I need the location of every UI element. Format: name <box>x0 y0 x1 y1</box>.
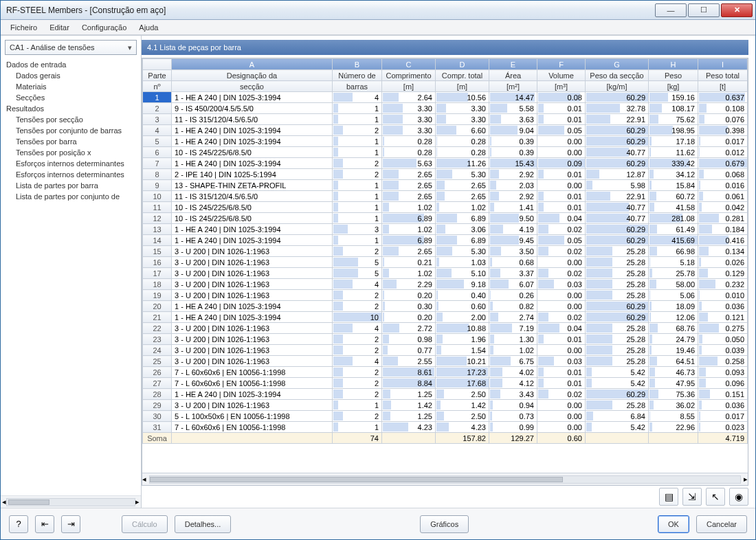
cell[interactable]: 1.30 <box>489 334 537 345</box>
col-header[interactable]: secção <box>172 81 333 92</box>
view-icon-button[interactable]: ◉ <box>729 488 748 506</box>
cell[interactable]: 0.02 <box>537 268 586 279</box>
cell[interactable]: 0.01 <box>537 191 586 202</box>
cell[interactable]: 24.79 <box>649 334 698 345</box>
cell[interactable]: 19.46 <box>649 345 698 356</box>
cell[interactable]: 1 <box>333 235 382 246</box>
cell[interactable]: 6.89 <box>436 213 489 224</box>
cell[interactable]: 0.00 <box>537 136 586 147</box>
cell[interactable]: 2 <box>333 334 382 345</box>
cell[interactable]: 60.29 <box>586 312 649 323</box>
cell[interactable]: 0.20 <box>382 290 436 301</box>
row-header[interactable]: 21 <box>143 312 172 323</box>
cell[interactable]: 2.50 <box>436 411 489 422</box>
col-header[interactable]: [kg] <box>649 81 698 92</box>
cell[interactable]: 1 <box>333 180 382 191</box>
cell[interactable]: 8.55 <box>649 411 698 422</box>
sidebar-scrollbar[interactable]: ◂▸ <box>1 495 141 508</box>
cell[interactable]: 0.398 <box>698 125 748 136</box>
cell[interactable]: 3.30 <box>382 103 436 114</box>
cell[interactable]: 3.30 <box>436 114 489 125</box>
col-letter[interactable]: H <box>649 59 698 70</box>
cell[interactable]: 6.60 <box>436 125 489 136</box>
tree-item[interactable]: Secções <box>1 92 141 103</box>
cell[interactable]: 64.51 <box>649 356 698 367</box>
cell[interactable]: 0.017 <box>698 136 748 147</box>
col-header[interactable]: Número de <box>333 70 382 81</box>
cell[interactable]: 0.03 <box>537 279 586 290</box>
col-letter[interactable]: F <box>537 59 586 70</box>
prev-button[interactable]: ⇤ <box>35 515 54 533</box>
cell[interactable]: 1 <box>333 136 382 147</box>
col-header[interactable]: Peso total <box>698 70 748 81</box>
cell[interactable]: 339.42 <box>649 158 698 169</box>
cell[interactable]: 0.01 <box>537 367 586 378</box>
pick-icon-button[interactable]: ↖ <box>706 488 725 506</box>
tree-item[interactable]: Tensões por barra <box>1 136 141 147</box>
cell[interactable]: 0.039 <box>698 345 748 356</box>
cell[interactable]: 1 <box>333 114 382 125</box>
row-header[interactable]: 14 <box>143 235 172 246</box>
cell[interactable]: 25.78 <box>649 268 698 279</box>
cell[interactable]: 2.74 <box>489 312 537 323</box>
cell[interactable]: 198.95 <box>649 125 698 136</box>
cell[interactable]: 25.28 <box>586 290 649 301</box>
ok-button[interactable]: OK <box>658 515 689 533</box>
cell[interactable]: 3.43 <box>489 389 537 400</box>
col-header[interactable]: Designação da <box>172 70 333 81</box>
cell[interactable]: 0.637 <box>698 92 748 103</box>
cell[interactable]: 0.99 <box>489 422 537 433</box>
cell[interactable]: 0.28 <box>436 147 489 158</box>
cell[interactable]: 2 <box>333 158 382 169</box>
cell[interactable]: 1.02 <box>489 345 537 356</box>
cell[interactable]: 1 <box>333 400 382 411</box>
cell[interactable]: 0.09 <box>537 158 586 169</box>
tree-item[interactable]: Lista de partes por conjunto de <box>1 191 141 202</box>
cell[interactable]: 0.30 <box>382 301 436 312</box>
cell[interactable]: 17.23 <box>436 367 489 378</box>
cell[interactable]: 5.42 <box>586 378 649 389</box>
cell[interactable]: 0.129 <box>698 268 748 279</box>
row-header[interactable]: 15 <box>143 246 172 257</box>
row-header[interactable]: 16 <box>143 257 172 268</box>
col-header[interactable]: Volume <box>537 70 586 81</box>
cell[interactable]: 2.65 <box>382 169 436 180</box>
cell-desc[interactable]: 3 - U 200 | DIN 1026-1:1963 <box>172 356 333 367</box>
cell[interactable]: 0.28 <box>436 136 489 147</box>
cell[interactable]: 5.18 <box>649 257 698 268</box>
row-header[interactable]: 19 <box>143 290 172 301</box>
cell[interactable]: 5.42 <box>586 367 649 378</box>
cell-desc[interactable]: 3 - U 200 | DIN 1026-1:1963 <box>172 323 333 334</box>
cell[interactable]: 18.09 <box>649 301 698 312</box>
cell[interactable]: 0.036 <box>698 400 748 411</box>
cell-desc[interactable]: 3 - U 200 | DIN 1026-1:1963 <box>172 290 333 301</box>
cell-desc[interactable]: 11 - IS 315/120/4.5/6.5/0 <box>172 191 333 202</box>
cell[interactable]: 1 <box>333 202 382 213</box>
cell[interactable]: 2.50 <box>436 389 489 400</box>
cell[interactable]: 11.62 <box>649 147 698 158</box>
cell-desc[interactable]: 3 - U 200 | DIN 1026-1:1963 <box>172 345 333 356</box>
cell[interactable]: 0.096 <box>698 378 748 389</box>
cell[interactable]: 3.06 <box>436 224 489 235</box>
cell[interactable]: 0.00 <box>537 345 586 356</box>
cell[interactable]: 0.068 <box>698 169 748 180</box>
cell[interactable]: 2.64 <box>382 92 436 103</box>
cell[interactable]: 0.012 <box>698 147 748 158</box>
cell[interactable]: 2.65 <box>382 246 436 257</box>
cell[interactable]: 1.02 <box>382 224 436 235</box>
cell[interactable]: 1 <box>333 422 382 433</box>
cell[interactable]: 66.98 <box>649 246 698 257</box>
cell-desc[interactable]: 11 - IS 315/120/4.5/6.5/0 <box>172 114 333 125</box>
cell[interactable]: 25.28 <box>586 345 649 356</box>
cell-desc[interactable]: 3 - U 200 | DIN 1026-1:1963 <box>172 400 333 411</box>
row-header[interactable]: 26 <box>143 367 172 378</box>
col-header[interactable]: [m] <box>382 81 436 92</box>
cell[interactable]: 8.84 <box>382 378 436 389</box>
row-header[interactable]: 27 <box>143 378 172 389</box>
cell[interactable]: 5.30 <box>436 169 489 180</box>
cell[interactable]: 10.88 <box>436 323 489 334</box>
cell[interactable]: 2.72 <box>382 323 436 334</box>
cell-desc[interactable]: 13 - SHAPE-THIN ZETA-PROFIL <box>172 180 333 191</box>
cell[interactable]: 0.01 <box>537 103 586 114</box>
cell[interactable]: 0.28 <box>382 147 436 158</box>
